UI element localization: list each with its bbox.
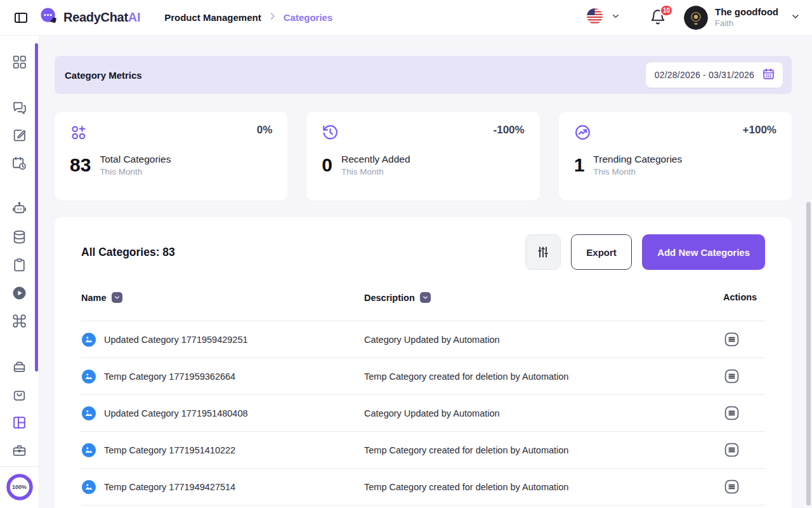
metrics-title: Category Metrics — [65, 70, 142, 81]
user-menu[interactable]: The goodfood Faith — [684, 6, 801, 30]
metric-sublabel: This Month — [341, 167, 410, 177]
filter-sliders-icon — [535, 244, 551, 260]
categories-table-card: All Categories: 83 Export Add New Catego… — [55, 217, 792, 508]
filter-button[interactable] — [525, 234, 561, 270]
chevron-right-icon — [268, 11, 277, 23]
sidebar-item-database[interactable] — [11, 229, 28, 245]
category-description: Temp Category created for deletion by Au… — [364, 371, 723, 382]
table-row[interactable]: Temp Category 1771959362664 Temp Categor… — [81, 358, 765, 395]
sidebar-divider — [0, 466, 39, 467]
sidebar-item-clipboard[interactable] — [11, 257, 28, 273]
metric-label: Trending Categories — [593, 154, 682, 165]
table-row[interactable]: Updated Category 1771959429251 Category … — [81, 321, 765, 358]
metric-change: 0% — [257, 124, 273, 137]
language-selector[interactable] — [586, 8, 620, 27]
metric-label: Recently Added — [341, 154, 410, 165]
shopping-bag-icon — [11, 387, 27, 403]
column-header-description: Description — [364, 293, 415, 303]
row-actions-button[interactable] — [723, 441, 740, 458]
clipboard-icon — [11, 257, 27, 273]
chevron-down-icon — [611, 11, 620, 23]
metric-value: 0 — [322, 156, 332, 175]
calendar-icon — [762, 67, 775, 83]
category-name: Updated Category 1771951480408 — [104, 408, 248, 418]
breadcrumb-section[interactable]: Product Management — [164, 12, 261, 23]
brand-logo[interactable]: ReadyChatAI — [39, 6, 140, 29]
command-icon — [11, 313, 27, 329]
sidebar-item-schedule[interactable] — [11, 155, 28, 171]
compose-icon — [11, 128, 27, 144]
sidebar-item-orders[interactable] — [11, 358, 28, 375]
category-image-icon — [81, 369, 96, 384]
sidebar-item-compose[interactable] — [11, 127, 28, 144]
play-circle-icon — [11, 285, 27, 301]
layout-board-icon — [11, 415, 27, 431]
package-icon — [11, 359, 27, 375]
menu-squircle-icon — [723, 478, 740, 495]
sidebar-item-shortcuts[interactable] — [11, 312, 28, 329]
sidebar-scrollbar[interactable] — [35, 43, 38, 371]
category-description: Category Updated by Automation — [364, 335, 723, 345]
column-header-actions: Actions — [723, 292, 765, 302]
metric-value: 1 — [574, 156, 585, 175]
row-actions-button[interactable] — [723, 404, 740, 422]
column-header-name: Name — [81, 293, 107, 303]
table-row[interactable]: Temp Category 1771949427514 Temp Categor… — [81, 469, 765, 505]
chevron-down-icon — [790, 11, 801, 24]
progress-label: 100% — [6, 473, 34, 501]
add-new-categories-button[interactable]: Add New Categories — [642, 234, 765, 270]
date-range-picker[interactable]: 02/28/2026 - 03/31/2026 — [646, 62, 783, 88]
user-name: The goodfood — [715, 6, 778, 18]
history-icon — [322, 124, 339, 144]
brand-logo-icon — [39, 6, 59, 29]
menu-squircle-icon — [723, 368, 740, 385]
menu-squircle-icon — [723, 441, 740, 458]
database-icon — [11, 229, 27, 245]
sidebar-item-media[interactable] — [11, 284, 28, 301]
notifications-button[interactable]: 10 — [650, 9, 667, 27]
breadcrumb-current[interactable]: Categories — [284, 12, 333, 23]
table-row[interactable]: Updated Category 1771951480408 Category … — [81, 395, 765, 432]
sidebar-item-business[interactable] — [11, 442, 28, 458]
metric-card-total-categories: 0% 83 Total Categories This Month — [55, 112, 287, 201]
sidebar-item-bot[interactable] — [11, 200, 28, 217]
briefcase-icon — [11, 443, 27, 458]
metric-cards: 0% 83 Total Categories This Month -100% … — [55, 112, 792, 201]
brand-name: ReadyChatAI — [63, 10, 140, 25]
category-description: Category Updated by Automation — [364, 408, 723, 418]
category-image-icon — [81, 332, 96, 347]
sidebar: 100% — [0, 36, 39, 508]
row-actions-button[interactable] — [723, 368, 740, 385]
chevron-down-icon — [114, 294, 121, 301]
table-row[interactable]: Temp Category 1771951410222 Temp Categor… — [81, 432, 765, 469]
name-sort-dropdown[interactable] — [112, 292, 122, 303]
category-name: Temp Category 1771949427514 — [104, 482, 235, 492]
metric-value: 83 — [70, 156, 91, 175]
page-scrollbar[interactable] — [806, 202, 811, 505]
breadcrumb: Product Management Categories — [164, 11, 332, 23]
calendar-clock-icon — [11, 156, 27, 171]
robot-icon — [11, 201, 27, 217]
metric-card-recently-added: -100% 0 Recently Added This Month — [306, 112, 539, 201]
metrics-bar: Category Metrics 02/28/2026 - 03/31/2026 — [55, 56, 792, 94]
category-name: Updated Category 1771959429251 — [104, 335, 248, 345]
category-description: Temp Category created for deletion by Au… — [364, 482, 723, 492]
sidebar-item-dashboard[interactable] — [11, 53, 28, 70]
sidebar-item-chats[interactable] — [11, 99, 28, 116]
sidebar-toggle-icon[interactable] — [13, 10, 29, 26]
row-actions-button[interactable] — [723, 478, 740, 495]
category-image-icon — [81, 443, 96, 458]
usage-progress-ring[interactable]: 100% — [6, 473, 34, 501]
sidebar-item-categories[interactable] — [11, 414, 28, 431]
sidebar-item-products[interactable] — [11, 386, 28, 403]
table-title: All Categories: 83 — [81, 246, 175, 259]
metric-change: -100% — [494, 124, 525, 137]
main-content: Category Metrics 02/28/2026 - 03/31/2026… — [39, 36, 812, 508]
description-sort-dropdown[interactable] — [420, 292, 431, 303]
category-description: Temp Category created for deletion by Au… — [364, 445, 723, 455]
export-button[interactable]: Export — [571, 234, 632, 270]
metric-change: +100% — [743, 124, 776, 137]
metric-label: Total Categories — [100, 154, 171, 165]
avatar — [684, 6, 708, 30]
row-actions-button[interactable] — [723, 331, 740, 348]
